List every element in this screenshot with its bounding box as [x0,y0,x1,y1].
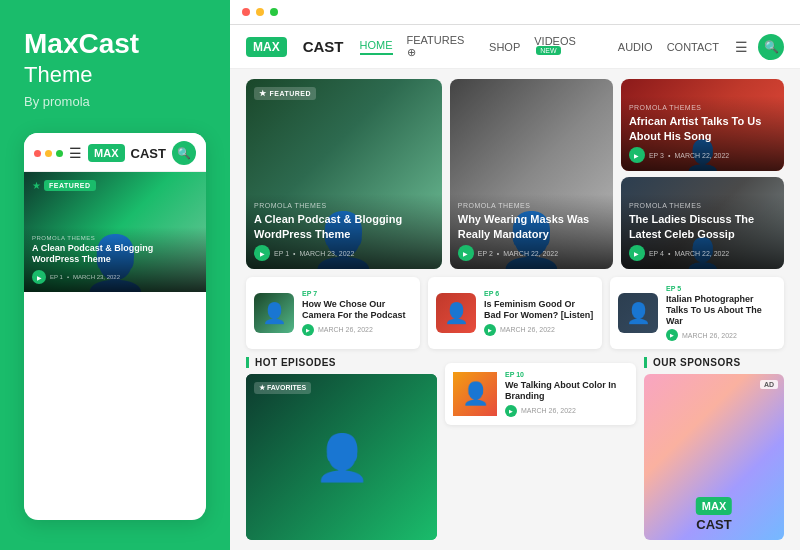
mobile-search-button[interactable]: 🔍 [172,141,196,165]
hot-episodes-title: HOT EPISODES [246,357,437,368]
mobile-logo-badge: MAX [88,144,124,162]
sponsors-section: OUR SPONSORS AD MAX CAST [644,357,784,540]
podcast-play-3[interactable]: ▶ [666,329,678,341]
site-logo-badge: MAX [246,37,287,57]
brand-title: MaxCast [24,30,206,58]
mobile-featured-image: ★ FEATURED 👤 PROMOLA THEMES A Clean Podc… [24,172,206,292]
featured-badge: ★ FEATURED [254,87,316,100]
featured-card-2[interactable]: 👤 PROMOLA THEMES Why Wearing Masks Was R… [450,79,613,269]
sponsor-logo-text: CAST [696,517,732,532]
card4-ep: EP 4 [649,250,664,257]
mobile-ep-label: EP 1 [50,274,63,280]
card4-date: MARCH 22, 2022 [674,250,729,257]
podcast-date-2: MARCH 26, 2022 [500,326,555,333]
mobile-card-tag: PROMOLA THEMES [32,235,198,241]
card3-play-button[interactable]: ▶ [629,147,645,163]
hot-ep-play-1[interactable]: ▶ [505,405,517,417]
card1-date: MARCH 23, 2022 [300,250,355,257]
hot-ep-card-1[interactable]: 👤 EP 10 We Talking About Color In Brandi… [445,363,636,425]
podcast-play-1[interactable]: ▶ [302,324,314,336]
mobile-nav: ☰ MAX CAST [69,144,166,162]
nav-home[interactable]: HOME [360,39,393,55]
favorites-badge: ★ FAVORITES [254,382,311,394]
podcast-title-2: Is Feminism Good Or Bad For Women? [List… [484,299,594,321]
card3-ep: EP 3 [649,152,664,159]
podcast-ep-3: EP 5 [666,285,776,292]
card4-overlay: PROMOLA THEMES The Ladies Discuss The La… [621,194,784,269]
podcast-date-3: MARCH 26, 2022 [682,332,737,339]
browser-bar [230,0,800,25]
podcast-info-2: EP 6 Is Feminism Good Or Bad For Women? … [484,290,594,336]
card4-title: The Ladies Discuss The Latest Celeb Goss… [629,212,776,241]
card3-date: MARCH 22, 2022 [674,152,729,159]
nav-hamburger-icon[interactable]: ☰ [735,39,748,55]
mobile-logo-text: CAST [131,146,166,161]
hot-ep-side: spacer 👤 EP 10 We Talking About Color In… [445,357,636,540]
nav-links: HOME FEATURES ⊕ SHOP VIDEOS NEW AUDIO CO… [360,34,719,59]
mobile-header: ☰ MAX CAST 🔍 [24,133,206,172]
mobile-card-meta: ▶ EP 1 • MARCH 23, 2022 [32,270,198,284]
card3-overlay: PROMOLA THEMES African Artist Talks To U… [621,96,784,171]
left-panel: MaxCast Theme By promola ☰ MAX CAST 🔍 ★ … [0,0,230,550]
featured-star-icon: ★ [259,89,267,98]
sponsor-card: AD MAX CAST [644,374,784,540]
podcast-info-3: EP 5 Italian Photographer Talks To Us Ab… [666,285,776,341]
featured-card-1[interactable]: 👤 ★ FEATURED PROMOLA THEMES A Clean Podc… [246,79,442,269]
featured-card-4[interactable]: 👤 PROMOLA THEMES The Ladies Discuss The … [621,177,784,269]
nav-features[interactable]: FEATURES ⊕ [407,34,476,59]
main-cards: 👤 ★ FEATURED PROMOLA THEMES A Clean Podc… [246,79,784,269]
card1-play-button[interactable]: ▶ [254,245,270,261]
nav-shop[interactable]: SHOP [489,41,520,53]
hamburger-icon[interactable]: ☰ [69,145,82,161]
browser-dot-yellow [256,8,264,16]
podcast-row: 👤 EP 7 How We Chose Our Camera For the P… [246,277,784,349]
mobile-date-label: MARCH 23, 2022 [73,274,120,280]
sponsor-logo-badge: MAX [696,497,732,515]
card1-overlay: PROMOLA THEMES A Clean Podcast & Bloggin… [246,194,442,269]
mobile-mockup: ☰ MAX CAST 🔍 ★ FEATURED 👤 PROMOLA THEMES… [24,133,206,520]
card1-meta: ▶ EP 1 • MARCH 23, 2022 [254,245,434,261]
podcast-thumb-3: 👤 [618,293,658,333]
podcast-item-2[interactable]: 👤 EP 6 Is Feminism Good Or Bad For Women… [428,277,602,349]
mobile-star-icon: ★ [32,180,41,191]
card4-play-button[interactable]: ▶ [629,245,645,261]
hot-featured-card[interactable]: 👤 ★ FAVORITES [246,374,437,540]
new-badge: NEW [536,46,560,55]
hot-ep-meta-1: ▶ MARCH 26, 2022 [505,405,628,417]
card2-play-button[interactable]: ▶ [458,245,474,261]
podcast-meta-2: ▶ MARCH 26, 2022 [484,324,594,336]
card3-meta: ▶ EP 3 • MARCH 22, 2022 [629,147,776,163]
podcast-play-2[interactable]: ▶ [484,324,496,336]
brand-subtitle: Theme [24,62,206,88]
mobile-play-button[interactable]: ▶ [32,270,46,284]
ad-badge: AD [760,380,778,389]
podcast-meta-3: ▶ MARCH 26, 2022 [666,329,776,341]
podcast-ep-2: EP 6 [484,290,594,297]
podcast-thumb-2: 👤 [436,293,476,333]
sponsors-title: OUR SPONSORS [644,357,784,368]
nav-audio[interactable]: AUDIO [618,41,653,53]
card1-ep: EP 1 [274,250,289,257]
podcast-thumb-1: 👤 [254,293,294,333]
hot-episodes-section: HOT EPISODES 👤 ★ FAVORITES [246,357,437,540]
featured-card-3[interactable]: 👤 PROMOLA THEMES African Artist Talks To… [621,79,784,171]
card-stack: 👤 PROMOLA THEMES African Artist Talks To… [621,79,784,269]
mobile-card-title: A Clean Podcast & Blogging WordPress The… [32,243,198,266]
nav-search-button[interactable]: 🔍 [758,34,784,60]
hot-ep-date-1: MARCH 26, 2022 [521,407,576,414]
card2-ep: EP 2 [478,250,493,257]
mobile-traffic-lights [34,150,63,157]
podcast-meta-1: ▶ MARCH 26, 2022 [302,324,412,336]
mobile-featured-badge: FEATURED [44,180,96,191]
mobile-dot-red [34,150,41,157]
nav-videos[interactable]: VIDEOS NEW [534,35,604,59]
sponsor-logo: MAX CAST [696,496,732,532]
mobile-card-info: PROMOLA THEMES A Clean Podcast & Bloggin… [24,227,206,292]
browser-dot-red [242,8,250,16]
podcast-item-1[interactable]: 👤 EP 7 How We Chose Our Camera For the P… [246,277,420,349]
podcast-item-3[interactable]: 👤 EP 5 Italian Photographer Talks To Us … [610,277,784,349]
nav-contact[interactable]: CONTACT [667,41,719,53]
card2-tag: PROMOLA THEMES [458,202,605,209]
nav-right: ☰ 🔍 [735,34,784,60]
right-panel: MAX CAST HOME FEATURES ⊕ SHOP VIDEOS NEW… [230,0,800,550]
